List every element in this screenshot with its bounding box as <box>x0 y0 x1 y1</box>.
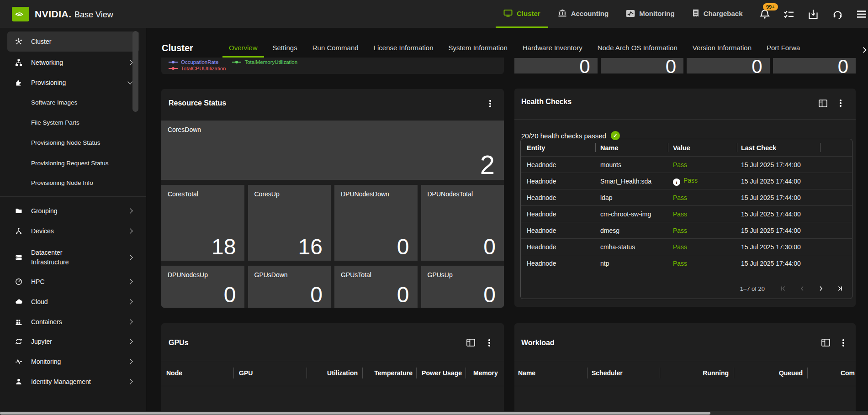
card-divider <box>161 361 504 361</box>
kebab-menu-icon[interactable] <box>837 99 844 108</box>
last-page-icon[interactable] <box>836 285 843 292</box>
first-page-icon[interactable] <box>780 285 787 292</box>
containers-icon <box>15 318 22 326</box>
notifications-button[interactable]: 99+ <box>759 9 770 20</box>
tab-settings[interactable]: Settings <box>266 28 304 58</box>
menu-button[interactable] <box>856 9 867 20</box>
sidebar-item-jupyter[interactable]: Jupyter <box>7 331 139 352</box>
column-header-value[interactable]: Value <box>673 144 690 152</box>
scrollbar-thumb[interactable] <box>0 412 710 415</box>
chevron-down-icon <box>127 79 132 84</box>
columns-icon[interactable] <box>819 100 827 107</box>
tab-version-information[interactable]: Version Information <box>686 28 758 58</box>
column-header-utilization[interactable]: Utilization <box>327 369 358 377</box>
sidebar-item-provisioning[interactable]: Provisioning <box>7 73 139 93</box>
column-header-scheduler[interactable]: Scheduler <box>592 369 623 377</box>
column-header-last-check[interactable]: Last Check <box>741 144 776 152</box>
table-row[interactable]: Headnode mounts Pass 15 Jul 2025 17:44:0… <box>521 156 852 173</box>
column-header-power-usage[interactable]: Power Usage <box>422 369 462 377</box>
sidebar-item-monitoring[interactable]: Monitoring <box>7 352 139 372</box>
column-header-node[interactable]: Node <box>166 369 182 377</box>
tab-bar: Overview Settings Run Command License In… <box>222 28 806 58</box>
sidebar-item-file-system-parts[interactable]: File System Parts <box>7 112 139 132</box>
chevron-right-icon <box>127 359 132 364</box>
table-row[interactable]: Headnode ntp Pass 15 Jul 2025 17:44:00 <box>521 255 852 271</box>
topnav-monitoring[interactable]: Monitoring <box>618 0 682 28</box>
topnav-cluster[interactable]: Cluster <box>496 0 548 28</box>
sidebar-item-hpc[interactable]: HPC <box>7 272 139 292</box>
chevron-right-icon <box>127 60 132 65</box>
previous-page-icon[interactable] <box>799 285 805 292</box>
sidebar-item-identity-management[interactable]: Identity Management <box>7 372 139 392</box>
horizontal-scrollbar[interactable] <box>0 411 868 415</box>
tab-license-information[interactable]: License Information <box>367 28 440 58</box>
chevron-right-icon <box>127 208 132 213</box>
kebab-menu-icon[interactable] <box>487 99 494 108</box>
topnav-accounting[interactable]: Accounting <box>550 0 617 28</box>
status-pass: Pass <box>683 177 698 184</box>
table-row[interactable]: Headnode cmha-status Pass 15 Jul 2025 17… <box>521 238 852 255</box>
resource-tile-row-2: DPUNodesUp 0 GPUsDown 0 GPUsTotal 0 GPUs… <box>161 266 504 308</box>
sidebar-item-grouping[interactable]: Grouping <box>7 201 139 221</box>
column-header-name[interactable]: Name <box>518 369 535 377</box>
next-page-icon[interactable] <box>818 285 824 292</box>
tab-port-forwarding[interactable]: Port Forwa <box>760 28 806 58</box>
rack-icon <box>15 254 22 261</box>
column-header-running[interactable]: Running <box>703 369 729 377</box>
tab-run-command[interactable]: Run Command <box>306 28 365 58</box>
pagination-range: 1–7 of 20 <box>740 285 765 292</box>
sidebar-item-containers[interactable]: Containers <box>7 312 139 332</box>
tab-hardware-inventory[interactable]: Hardware Inventory <box>516 28 589 58</box>
kebab-menu-icon[interactable] <box>840 338 847 347</box>
sidebar-item-provisioning-node-info[interactable]: Provisioning Node Info <box>7 173 139 193</box>
sidebar-item-provisioning-node-status[interactable]: Provisioning Node Status <box>7 132 139 152</box>
resource-status-title: Resource Status <box>169 99 226 107</box>
table-row[interactable]: Headnode dmesg Pass 15 Jul 2025 17:44:00 <box>521 222 852 238</box>
tab-node-arch-os-information[interactable]: Node Arch OS Information <box>591 28 684 58</box>
sidebar-item-provisioning-request-status[interactable]: Provisioning Request Status <box>7 153 139 173</box>
columns-icon[interactable] <box>821 339 830 347</box>
sidebar-item-cluster[interactable]: Cluster <box>7 32 139 52</box>
sidebar-item-networking[interactable]: Networking <box>7 53 139 73</box>
column-header-completed[interactable]: Com <box>841 369 855 377</box>
table-header-row: Entity Name Value Last Check <box>521 139 852 156</box>
support-button[interactable] <box>832 9 843 20</box>
legend-occupationrate[interactable]: OccupationRate <box>169 59 218 65</box>
brand: NVIDIA. Base View <box>12 0 113 28</box>
columns-icon[interactable] <box>466 339 475 347</box>
sidebar-item-devices[interactable]: Devices <box>7 221 139 241</box>
pagination: 1–7 of 20 <box>740 282 843 295</box>
gpus-card: GPUs Node GPU Utilization Temperature Po… <box>161 323 504 415</box>
kebab-menu-icon[interactable] <box>486 338 493 347</box>
sidebar-item-cloud[interactable]: Cloud <box>7 292 139 312</box>
table-row[interactable]: Headnode cm-chroot-sw-img Pass 15 Jul 20… <box>521 205 852 222</box>
legend-totalcpuutilization[interactable]: TotalCPUUtilization <box>169 66 226 71</box>
table-row[interactable]: Headnode Smart_Health:sda iPass 15 Jul 2… <box>521 173 852 189</box>
info-icon[interactable]: i <box>673 179 680 186</box>
person-icon <box>15 378 22 385</box>
column-header-name[interactable]: Name <box>600 144 619 152</box>
column-header-entity[interactable]: Entity <box>527 144 545 152</box>
column-header-queued[interactable]: Queued <box>779 369 803 377</box>
tab-overview[interactable]: Overview <box>222 28 264 58</box>
legend-totalmemoryutilization[interactable]: TotalMemoryUtilization <box>232 59 297 65</box>
sidebar-item-datacenter-infrastructure[interactable]: Datacenter Infrastructure <box>7 244 139 271</box>
tab-system-information[interactable]: System Information <box>442 28 514 58</box>
downloads-button[interactable] <box>808 9 819 20</box>
column-header-temperature[interactable]: Temperature <box>374 369 413 377</box>
sidebar-scrollbar[interactable] <box>132 31 138 112</box>
column-header-memory[interactable]: Memory <box>473 369 498 377</box>
node-status-tile-strip: 0 0 0 0 <box>514 58 856 74</box>
table-header-border <box>514 386 856 386</box>
table-row[interactable]: Headnode ldap Pass 15 Jul 2025 17:44:00 <box>521 189 852 205</box>
topnav-chargeback[interactable]: Chargeback <box>684 0 751 28</box>
app-title: Base View <box>74 10 113 19</box>
card-divider <box>514 119 856 120</box>
column-header-gpu[interactable]: GPU <box>239 369 253 377</box>
tasks-button[interactable] <box>783 9 794 20</box>
tile-gpusdown: GPUsDown 0 <box>248 266 331 308</box>
top-navigation: Cluster Accounting Monitoring Chargeback <box>496 0 751 28</box>
tile-coresup: CoresUp 16 <box>248 185 331 261</box>
tabs-overflow-chevron-icon[interactable] <box>861 47 867 53</box>
sidebar-item-software-images[interactable]: Software Images <box>7 92 139 112</box>
